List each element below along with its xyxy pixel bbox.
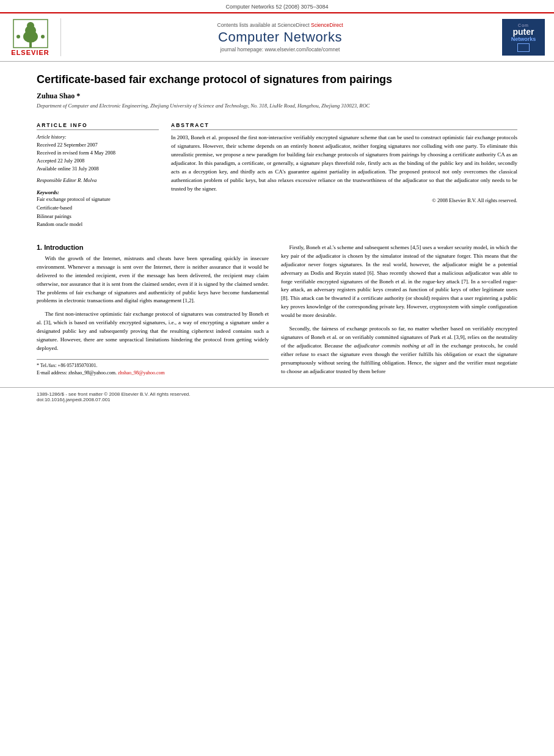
right-col-text: Firstly, Boneh et al.'s scheme and subse… xyxy=(281,244,517,376)
responsible-editor: Responsible Editor R. Molva xyxy=(37,177,159,183)
sciencedirect-line: Contents lists available at ScienceDirec… xyxy=(217,22,343,28)
keywords-label: Keywords: xyxy=(37,189,159,195)
sciencedirect-text: Contents lists available at ScienceDirec… xyxy=(217,22,310,28)
elsevier-label: ELSEVIER xyxy=(11,49,49,56)
journal-header: ELSEVIER Contents lists available at Sci… xyxy=(0,12,554,62)
history-label: Article history: xyxy=(37,134,159,141)
bottom-bar: 1389-1286/$ - see front matter © 2008 El… xyxy=(0,387,554,406)
article-info-block: Article history: Received 22 September 2… xyxy=(37,134,159,172)
keywords-section: Keywords: Fair exchange protocol of sign… xyxy=(37,189,159,228)
abstract-text: In 2003, Boneh et al. proposed the first… xyxy=(171,134,517,194)
elsevier-tree-icon xyxy=(12,18,49,49)
right-para-1: Firstly, Boneh et al.'s scheme and subse… xyxy=(281,244,517,320)
accepted: Accepted 22 July 2008 xyxy=(37,157,159,165)
keyword-3: Bilinear pairings xyxy=(37,213,159,221)
svg-point-3 xyxy=(27,22,34,29)
body-left-col: 1. Introduction With the growth of the I… xyxy=(37,244,269,381)
email-link[interactable]: zhshao_98@yahoo.com xyxy=(118,370,165,376)
footnote-email-text: E-mail address: zhshao_98@yahoo.com. xyxy=(37,370,117,376)
svg-point-5 xyxy=(16,35,20,38)
journal-citation: Computer Networks 52 (2008) 3075–3084 xyxy=(0,0,554,12)
journal-center: Contents lists available at ScienceDirec… xyxy=(67,18,493,56)
journal-logo-right: Com puter Networks xyxy=(499,18,548,56)
intro-para-2: The first non-interactive optimistic fai… xyxy=(37,310,269,353)
abstract-col: ABSTRACT In 2003, Boneh et al. proposed … xyxy=(171,122,517,228)
footnote-tel: * Tel./fax: +86 057185070301. xyxy=(37,362,269,369)
elsevier-logo: ELSEVIER xyxy=(6,18,61,56)
journal-title: Computer Networks xyxy=(218,29,342,45)
abstract-header: ABSTRACT xyxy=(171,122,517,130)
svg-point-6 xyxy=(41,35,45,38)
article-info-col: ARTICLE INFO Article history: Received 2… xyxy=(37,122,159,228)
keyword-4: Random oracle model xyxy=(37,220,159,229)
right-para-2: Secondly, the fairness of exchange proto… xyxy=(281,325,517,376)
main-body: 1. Introduction With the growth of the I… xyxy=(0,235,554,387)
journal-homepage: journal homepage: www.elsevier.com/locat… xyxy=(221,46,340,53)
logo-sub-text: Networks xyxy=(511,36,536,42)
logo-icon xyxy=(517,43,530,52)
body-right-col: Firstly, Boneh et al.'s scheme and subse… xyxy=(281,244,517,381)
intro-title: 1. Introduction xyxy=(37,244,269,251)
copyright: © 2008 Elsevier B.V. All rights reserved… xyxy=(171,197,517,203)
sciencedirect-link[interactable]: ScienceDirect xyxy=(311,22,343,28)
keyword-2: Certificate-based xyxy=(37,204,159,213)
author-line: Zuhua Shao * xyxy=(37,92,517,101)
intro-text: With the growth of the Internet, mistrus… xyxy=(37,255,269,353)
logo-mid-text: puter xyxy=(513,27,534,36)
doi-text: doi:10.1016/j.janpedi.2008.07.001 xyxy=(37,397,517,402)
cn-logo-box: Com puter Networks xyxy=(502,19,545,56)
paper-title-section: Certificate-based fair exchange protocol… xyxy=(0,62,554,112)
citation-text: Computer Networks 52 (2008) 3075–3084 xyxy=(225,4,328,10)
footnote-area: * Tel./fax: +86 057185070301. E-mail add… xyxy=(37,359,269,377)
bottom-text: 1389-1286/$ - see front matter © 2008 El… xyxy=(37,391,517,397)
article-meta-section: ARTICLE INFO Article history: Received 2… xyxy=(0,116,554,234)
available: Available online 31 July 2008 xyxy=(37,165,159,173)
paper-title: Certificate-based fair exchange protocol… xyxy=(37,73,517,87)
footnote-email: E-mail address: zhshao_98@yahoo.com. zhs… xyxy=(37,369,269,377)
author-name: Zuhua Shao * xyxy=(37,92,80,100)
received2: Received in revised form 4 May 2008 xyxy=(37,149,159,157)
affiliation: Department of Computer and Electronic En… xyxy=(37,103,517,109)
article-info-header: ARTICLE INFO xyxy=(37,122,159,130)
keyword-1: Fair exchange protocol of signature xyxy=(37,195,159,204)
intro-para-1: With the growth of the Internet, mistrus… xyxy=(37,255,269,306)
received1: Received 22 September 2007 xyxy=(37,141,159,149)
